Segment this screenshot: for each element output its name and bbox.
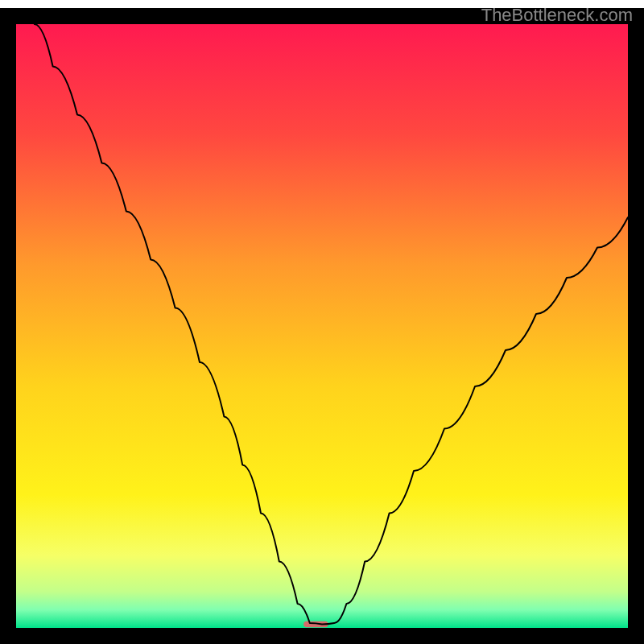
bottleneck-chart [0,0,644,644]
plot-area [8,16,636,636]
plot-background [16,24,628,628]
watermark-text: TheBottleneck.com [481,5,633,26]
chart-container: TheBottleneck.com [0,0,644,644]
